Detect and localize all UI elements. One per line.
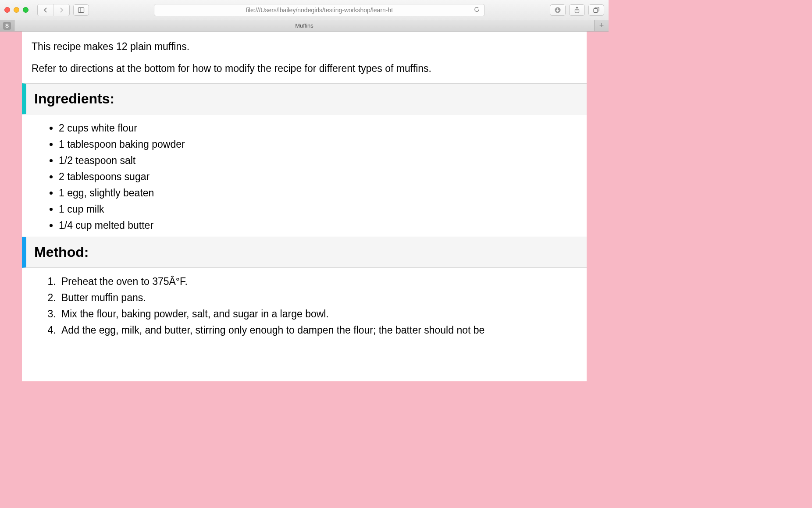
address-bar[interactable]: file:///Users/lbailey/nodegirls/testing-… xyxy=(154,4,485,16)
list-item: 2 tablespoons sugar xyxy=(59,171,577,183)
page-viewport: This recipe makes 12 plain muffins. Refe… xyxy=(0,32,609,381)
intro-line-2: Refer to directions at the bottom for ho… xyxy=(32,61,577,75)
forward-button[interactable] xyxy=(53,4,69,16)
list-item: 1 cup milk xyxy=(59,203,577,215)
window-controls xyxy=(4,7,28,13)
close-window-button[interactable] xyxy=(4,7,10,13)
favorite-badge: S xyxy=(3,22,11,30)
list-item: Butter muffin pans. xyxy=(59,292,577,304)
plus-icon: + xyxy=(599,21,604,30)
list-item: 1/4 cup melted butter xyxy=(59,220,577,231)
browser-toolbar: file:///Users/lbailey/nodegirls/testing-… xyxy=(0,0,609,20)
svg-rect-4 xyxy=(594,8,598,12)
method-heading: Method: xyxy=(22,237,587,268)
download-icon xyxy=(554,7,561,14)
share-icon xyxy=(573,7,581,14)
page-tab[interactable]: Muffins xyxy=(14,20,594,31)
favorites-tab[interactable]: S xyxy=(0,20,14,31)
tabs-button[interactable] xyxy=(588,4,604,16)
navigation-buttons xyxy=(37,4,70,16)
reload-button[interactable] xyxy=(474,6,480,14)
list-item: Add the egg, milk, and butter, stirring … xyxy=(59,324,577,336)
method-list: Preheat the oven to 375Â°F. Butter muffi… xyxy=(32,276,577,336)
recipe-content: This recipe makes 12 plain muffins. Refe… xyxy=(22,32,587,381)
share-button[interactable] xyxy=(569,4,585,16)
chevron-right-icon xyxy=(58,7,65,14)
back-button[interactable] xyxy=(38,4,53,16)
tabs-icon xyxy=(593,7,600,14)
list-item: 1 egg, slightly beaten xyxy=(59,187,577,199)
chevron-left-icon xyxy=(42,7,49,14)
toolbar-right-buttons xyxy=(550,4,604,16)
list-item: Mix the flour, baking powder, salt, and … xyxy=(59,308,577,320)
intro-line-1: This recipe makes 12 plain muffins. xyxy=(32,39,577,53)
ingredients-heading: Ingredients: xyxy=(22,83,587,114)
downloads-button[interactable] xyxy=(550,4,566,16)
minimize-window-button[interactable] xyxy=(14,7,19,13)
maximize-window-button[interactable] xyxy=(23,7,28,13)
sidebar-toggle-button[interactable] xyxy=(73,4,89,16)
tab-title: Muffins xyxy=(295,22,313,29)
list-item: 1 tablespoon baking powder xyxy=(59,139,577,150)
list-item: 1/2 teaspoon salt xyxy=(59,155,577,167)
sidebar-icon xyxy=(78,7,85,14)
url-text: file:///Users/lbailey/nodegirls/testing-… xyxy=(246,7,393,14)
ingredients-list: 2 cups white flour 1 tablespoon baking p… xyxy=(32,122,577,231)
tab-bar: S Muffins + xyxy=(0,20,609,32)
list-item: Preheat the oven to 375Â°F. xyxy=(59,276,577,288)
svg-rect-0 xyxy=(78,7,84,12)
reload-icon xyxy=(474,6,480,13)
new-tab-button[interactable]: + xyxy=(594,20,609,31)
list-item: 2 cups white flour xyxy=(59,122,577,134)
